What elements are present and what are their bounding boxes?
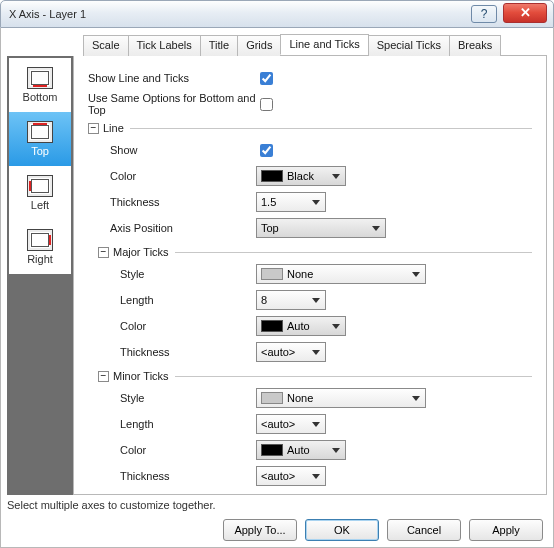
group-minor-ticks: − Minor Ticks bbox=[98, 368, 532, 384]
sidebar-item-label: Right bbox=[27, 253, 53, 265]
apply-to-button[interactable]: Apply To... bbox=[223, 519, 297, 541]
group-minor-title: Minor Ticks bbox=[113, 370, 169, 382]
major-length-label: Length bbox=[88, 294, 256, 306]
axis-position-combo[interactable]: Top bbox=[256, 218, 386, 238]
collapse-icon[interactable]: − bbox=[88, 123, 99, 134]
major-length-combo[interactable]: 8 bbox=[256, 290, 326, 310]
minor-color-label: Color bbox=[88, 444, 256, 456]
apply-button[interactable]: Apply bbox=[469, 519, 543, 541]
sidebar-item-label: Top bbox=[31, 145, 49, 157]
sidebar-item-top[interactable]: Top bbox=[9, 112, 71, 166]
sidebar-item-right[interactable]: Right bbox=[9, 220, 71, 274]
major-color-combo[interactable]: Auto bbox=[256, 316, 346, 336]
tab-tick-labels[interactable]: Tick Labels bbox=[128, 35, 201, 56]
cancel-button[interactable]: Cancel bbox=[387, 519, 461, 541]
dialog-body: Scale Tick Labels Title Grids Line and T… bbox=[0, 28, 554, 548]
chevron-down-icon bbox=[329, 443, 343, 457]
tab-row: Scale Tick Labels Title Grids Line and T… bbox=[83, 34, 547, 56]
show-line-ticks-checkbox[interactable] bbox=[260, 72, 273, 85]
settings-panel: Show Line and Ticks Use Same Options for… bbox=[73, 56, 547, 495]
line-show-label: Show bbox=[88, 144, 256, 156]
group-major-ticks: − Major Ticks bbox=[98, 244, 532, 260]
tab-special-ticks[interactable]: Special Ticks bbox=[368, 35, 450, 56]
window-title: X Axis - Layer 1 bbox=[9, 8, 86, 20]
line-thickness-combo[interactable]: 1.5 bbox=[256, 192, 326, 212]
minor-length-combo[interactable]: <auto> bbox=[256, 414, 326, 434]
major-thickness-label: Thickness bbox=[88, 346, 256, 358]
tab-title[interactable]: Title bbox=[200, 35, 238, 56]
major-thickness-combo[interactable]: <auto> bbox=[256, 342, 326, 362]
help-button[interactable]: ? bbox=[471, 5, 497, 23]
sidebar-item-bottom[interactable]: Bottom bbox=[9, 58, 71, 112]
line-show-checkbox[interactable] bbox=[260, 144, 273, 157]
chevron-down-icon bbox=[309, 469, 323, 483]
ok-button[interactable]: OK bbox=[305, 519, 379, 541]
collapse-icon[interactable]: − bbox=[98, 371, 109, 382]
axis-bottom-icon bbox=[27, 67, 53, 89]
use-same-options-label: Use Same Options for Bottom and Top bbox=[88, 92, 256, 116]
chevron-down-icon bbox=[329, 319, 343, 333]
collapse-icon[interactable]: − bbox=[98, 247, 109, 258]
chevron-down-icon bbox=[309, 293, 323, 307]
sidebar-item-label: Left bbox=[31, 199, 49, 211]
chevron-down-icon bbox=[329, 169, 343, 183]
chevron-down-icon bbox=[309, 345, 323, 359]
minor-style-combo[interactable]: None bbox=[256, 388, 426, 408]
chevron-down-icon bbox=[369, 221, 383, 235]
line-thickness-label: Thickness bbox=[88, 196, 256, 208]
minor-length-label: Length bbox=[88, 418, 256, 430]
line-color-label: Color bbox=[88, 170, 256, 182]
sidebar-item-left[interactable]: Left bbox=[9, 166, 71, 220]
axis-sidebar: Bottom Top Left Right bbox=[7, 56, 73, 495]
group-major-title: Major Ticks bbox=[113, 246, 169, 258]
titlebar: X Axis - Layer 1 ? ✕ bbox=[0, 0, 554, 28]
group-line: − Line bbox=[88, 120, 532, 136]
button-row: Apply To... OK Cancel Apply bbox=[7, 519, 547, 541]
group-line-title: Line bbox=[103, 122, 124, 134]
major-style-combo[interactable]: None bbox=[256, 264, 426, 284]
minor-color-combo[interactable]: Auto bbox=[256, 440, 346, 460]
axis-left-icon bbox=[27, 175, 53, 197]
hint-text: Select multiple axes to customize togeth… bbox=[7, 499, 547, 511]
axis-top-icon bbox=[27, 121, 53, 143]
sidebar-item-label: Bottom bbox=[23, 91, 58, 103]
chevron-down-icon bbox=[409, 267, 423, 281]
chevron-down-icon bbox=[409, 391, 423, 405]
major-style-label: Style bbox=[88, 268, 256, 280]
tab-breaks[interactable]: Breaks bbox=[449, 35, 501, 56]
chevron-down-icon bbox=[309, 195, 323, 209]
use-same-options-checkbox[interactable] bbox=[260, 98, 273, 111]
minor-thickness-label: Thickness bbox=[88, 470, 256, 482]
major-color-label: Color bbox=[88, 320, 256, 332]
tab-scale[interactable]: Scale bbox=[83, 35, 129, 56]
show-line-ticks-label: Show Line and Ticks bbox=[88, 72, 256, 84]
axis-right-icon bbox=[27, 229, 53, 251]
minor-thickness-combo[interactable]: <auto> bbox=[256, 466, 326, 486]
axis-position-label: Axis Position bbox=[88, 222, 256, 234]
close-button[interactable]: ✕ bbox=[503, 3, 547, 23]
tab-line-and-ticks[interactable]: Line and Ticks bbox=[280, 34, 368, 55]
minor-style-label: Style bbox=[88, 392, 256, 404]
line-color-combo[interactable]: Black bbox=[256, 166, 346, 186]
tab-grids[interactable]: Grids bbox=[237, 35, 281, 56]
chevron-down-icon bbox=[309, 417, 323, 431]
